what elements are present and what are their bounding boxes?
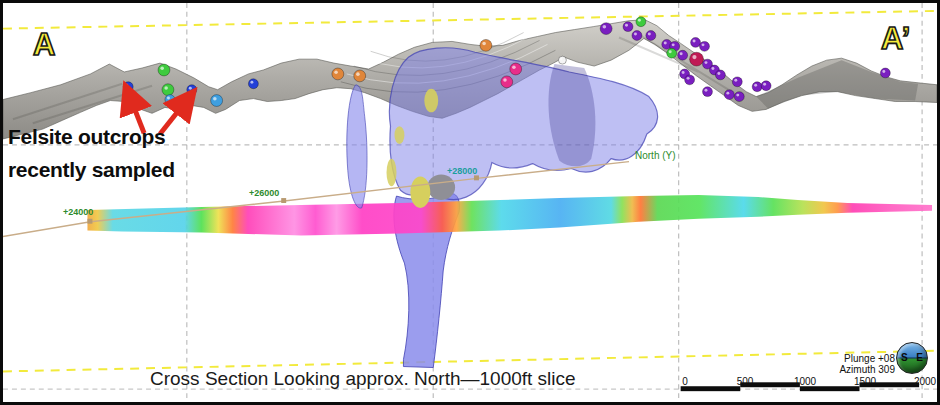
- annotation-line-2: recently sampled: [8, 158, 175, 182]
- drillhole-marker: [700, 41, 710, 51]
- marker-highlight: [693, 39, 696, 42]
- marker-highlight: [726, 92, 729, 95]
- geophysics-slice: [87, 195, 932, 235]
- camera-readout: Plunge +08 Azimuth 309: [833, 353, 895, 375]
- section-label-a: A: [33, 27, 55, 63]
- drillhole-marker: [678, 50, 688, 60]
- drillhole-marker: [752, 82, 762, 92]
- marker-highlight: [687, 77, 690, 80]
- axis-tick-28000: +28000: [447, 166, 477, 176]
- orientation-globe[interactable]: S E: [896, 342, 928, 374]
- drillhole-marker: [123, 82, 133, 92]
- marker-highlight: [672, 43, 675, 46]
- marker-highlight: [334, 70, 338, 74]
- marker-highlight: [189, 87, 192, 90]
- marker-highlight: [634, 33, 637, 36]
- marker-highlight: [680, 52, 683, 55]
- plunge-readout: Plunge +08: [833, 353, 895, 364]
- drillhole-marker: [685, 75, 695, 85]
- axis-name-north-y: North (Y): [635, 150, 676, 161]
- scale-label-500: 500: [737, 376, 754, 387]
- marker-highlight: [664, 41, 667, 44]
- marker-highlight: [356, 72, 360, 76]
- marker-highlight: [702, 43, 705, 46]
- marker-highlight: [754, 84, 757, 87]
- marker-highlight: [736, 94, 739, 97]
- scale-label-1000: 1000: [794, 376, 816, 387]
- marker-highlight: [638, 19, 641, 22]
- azimuth-readout: Azimuth 309: [833, 364, 895, 375]
- annotation-line-1: Felsite outcrops: [8, 125, 165, 149]
- marker-highlight: [482, 42, 486, 46]
- scale-label-1500: 1500: [854, 376, 876, 387]
- drillhole-marker: [724, 90, 734, 100]
- marker-highlight: [734, 79, 737, 82]
- scene-canvas: [3, 3, 937, 402]
- drillhole-marker: [248, 79, 258, 89]
- marker-highlight: [167, 97, 170, 100]
- axis-tick-26000: +26000: [249, 188, 279, 198]
- drillhole-marker: [703, 87, 713, 97]
- drillhole-marker: [667, 48, 677, 58]
- drillhole-marker: [761, 81, 771, 91]
- marker-highlight: [717, 72, 720, 75]
- globe-south-letter: S: [901, 352, 908, 363]
- drillhole-marker: [732, 77, 742, 87]
- cross-section-viewport[interactable]: A A’ Felsite outcrops recently sampled +…: [0, 0, 940, 405]
- drillhole-marker: [880, 68, 890, 78]
- drillhole-marker: [558, 56, 566, 64]
- marker-highlight: [250, 81, 253, 84]
- drillhole-marker: [158, 64, 170, 76]
- drillhole-marker: [187, 85, 197, 95]
- marker-highlight: [648, 33, 651, 36]
- drillhole-marker: [636, 17, 646, 27]
- axis-tick-24000: +24000: [63, 207, 93, 217]
- marker-highlight: [882, 70, 885, 73]
- drillhole-marker: [734, 92, 744, 102]
- marker-highlight: [711, 67, 714, 70]
- drillhole-marker: [165, 95, 175, 105]
- drillhole-marker: [480, 39, 492, 51]
- drillhole-marker: [690, 52, 704, 66]
- scale-label-2000: 2000: [914, 376, 936, 387]
- marker-highlight: [669, 50, 672, 53]
- marker-highlight: [763, 83, 766, 86]
- marker-highlight: [704, 61, 707, 64]
- drillhole-marker: [623, 22, 633, 32]
- marker-highlight: [125, 84, 128, 87]
- drillhole-marker: [632, 31, 642, 41]
- marker-highlight: [560, 58, 562, 60]
- drillhole-marker: [501, 76, 513, 88]
- drillhole-marker: [354, 70, 366, 82]
- marker-highlight: [503, 78, 507, 82]
- drillhole-marker: [211, 95, 223, 107]
- drillhole-marker: [691, 37, 701, 47]
- marker-highlight: [213, 97, 217, 101]
- marker-highlight: [603, 25, 607, 29]
- marker-highlight: [692, 55, 696, 59]
- marker-highlight: [164, 86, 168, 90]
- drillhole-marker: [510, 63, 522, 75]
- marker-highlight: [512, 65, 516, 69]
- drillhole-marker: [162, 84, 174, 96]
- marker-highlight: [160, 66, 164, 70]
- marker-highlight: [682, 71, 685, 74]
- section-label-a-prime: A’: [881, 21, 910, 57]
- caption-text: Cross Section Looking approx. North—1000…: [150, 368, 576, 390]
- globe-east-letter: E: [916, 352, 923, 363]
- drillhole-marker: [332, 68, 344, 80]
- drillhole-marker: [600, 23, 612, 35]
- scale-label-0: 0: [682, 376, 688, 387]
- drillhole-marker: [715, 70, 725, 80]
- drillhole-marker: [646, 31, 656, 41]
- marker-highlight: [704, 89, 707, 92]
- marker-highlight: [625, 24, 628, 27]
